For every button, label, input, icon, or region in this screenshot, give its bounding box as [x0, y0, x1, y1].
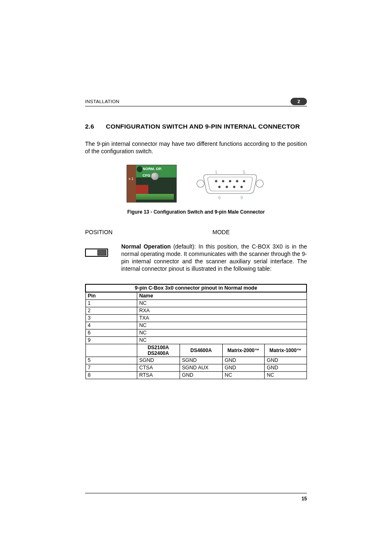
position-header: POSITION — [85, 229, 212, 235]
dsub-connector-diagram: 1 5 6 9 — [195, 165, 265, 203]
th-pin: Pin — [85, 292, 137, 300]
page-number: 15 — [85, 496, 307, 502]
table-row: 7 CTSA SGND AUX GND GND — [85, 364, 307, 372]
dsub-pin5-label: 5 — [243, 170, 245, 175]
figure-caption: Figure 13 - Configuration Switch and 9-p… — [85, 209, 307, 215]
table-row: 3TXA — [85, 315, 307, 322]
table-row: 2RXA — [85, 307, 307, 315]
svg-point-8 — [226, 186, 228, 188]
position-mode-headers: POSITION MODE — [85, 229, 307, 235]
svg-point-6 — [243, 180, 245, 182]
table-title: 9-pin C-Box 3x0 connector pinout in Norm… — [85, 284, 307, 292]
svg-point-10 — [240, 186, 243, 188]
svg-point-0 — [197, 180, 204, 187]
switch-position-icon — [85, 249, 108, 257]
table-row: 1NC — [85, 300, 307, 307]
switch-label-cfg: CFG — [143, 173, 150, 177]
chapter-tab: 2 — [291, 98, 307, 105]
table-row: 8 RTSA GND NC NC — [85, 372, 307, 379]
switch-label-x1: x 1 — [129, 177, 134, 181]
dsub-pin1-label: 1 — [215, 170, 217, 175]
table-row: 6NC — [85, 329, 307, 337]
section-title-text: CONFIGURATION SWITCH AND 9-PIN INTERNAL … — [106, 123, 300, 130]
section-heading: 2.6 CONFIGURATION SWITCH AND 9-PIN INTER… — [85, 123, 307, 130]
switch-label-norm: NORM. OP. — [143, 167, 162, 171]
table-row: 5 SGND SGND GND GND — [85, 357, 307, 364]
page-footer: 15 — [85, 493, 307, 502]
mode-header: MODE — [212, 229, 230, 235]
table-subheader: DS2100ADS2400A DS4600A Matrix-2000™ Matr… — [85, 344, 307, 357]
svg-point-5 — [236, 180, 238, 182]
svg-point-3 — [222, 180, 224, 182]
dsub-pin6-label: 6 — [218, 195, 221, 200]
switch-knob-icon — [151, 172, 159, 180]
svg-point-7 — [218, 186, 221, 188]
figure-row: NORM. OP. CFG x 1 — [85, 165, 307, 203]
intro-paragraph: The 9-pin internal connector may have tw… — [85, 140, 307, 155]
normal-operation-block: Normal Operation (default): In this posi… — [85, 243, 307, 272]
table-row: 9NC — [85, 337, 307, 344]
configuration-switch-photo: NORM. OP. CFG x 1 — [127, 165, 177, 203]
svg-point-2 — [215, 180, 217, 182]
svg-point-4 — [229, 180, 231, 182]
page-header: INSTALLATION 2 — [85, 98, 307, 106]
section-number: 2.6 — [85, 123, 104, 130]
dsub-pin9-label: 9 — [240, 195, 243, 200]
svg-point-1 — [256, 180, 263, 187]
pinout-table: 9-pin C-Box 3x0 connector pinout in Norm… — [85, 284, 307, 379]
normal-operation-label: Normal Operation — [121, 243, 171, 250]
svg-point-9 — [233, 186, 235, 188]
normal-operation-text: Normal Operation (default): In this posi… — [121, 243, 307, 272]
header-section-label: INSTALLATION — [85, 99, 120, 104]
th-name: Name — [137, 292, 307, 300]
table-row: 4NC — [85, 322, 307, 329]
